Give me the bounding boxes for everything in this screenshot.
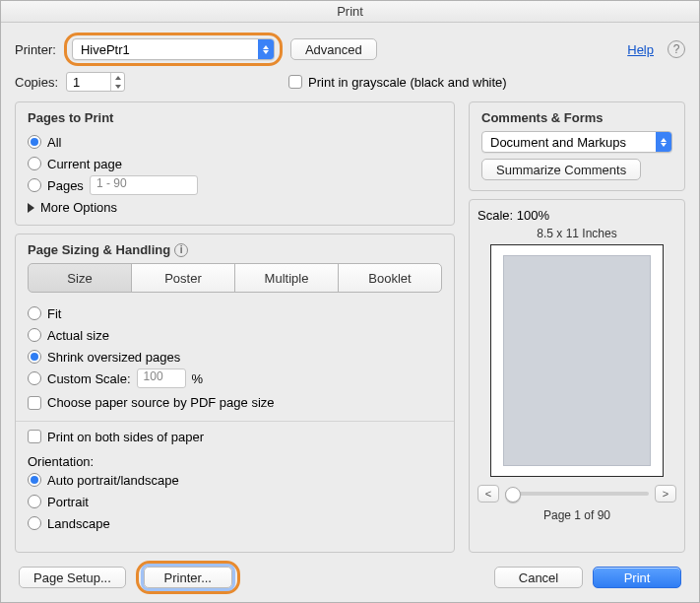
sizing-tabs: Size Poster Multiple Booklet — [28, 263, 442, 293]
choose-paper-label: Choose paper source by PDF page size — [47, 395, 275, 410]
printer-label: Printer: — [15, 42, 56, 57]
prev-page-button[interactable]: < — [477, 485, 499, 502]
radio-all[interactable]: All — [28, 131, 442, 153]
radio-shrink[interactable]: Shrink oversized pages — [28, 346, 442, 368]
printer-button[interactable]: Printer... — [144, 567, 232, 588]
printer-selected: HivePtr1 — [81, 42, 130, 57]
auto-label: Auto portrait/landscape — [47, 473, 179, 488]
percent-label: % — [192, 371, 204, 386]
grayscale-label: Print in grayscale (black and white) — [308, 75, 507, 90]
radio-icon — [28, 157, 41, 170]
custom-scale-input[interactable]: 100 — [137, 368, 186, 388]
copies-stepper[interactable] — [110, 73, 124, 91]
divider — [16, 421, 454, 422]
radio-icon — [28, 178, 41, 192]
choose-paper-checkbox[interactable]: Choose paper source by PDF page size — [28, 395, 275, 410]
window-title: Print — [1, 1, 699, 23]
help-icon[interactable]: ? — [668, 40, 685, 58]
radio-current-label: Current page — [47, 157, 122, 171]
radio-all-label: All — [47, 135, 61, 150]
copies-value: 1 — [73, 75, 80, 90]
pages-title: Pages to Print — [28, 110, 442, 125]
copies-label: Copies: — [15, 75, 58, 90]
landscape-label: Landscape — [47, 516, 110, 531]
copies-input[interactable]: 1 — [66, 72, 125, 92]
advanced-button[interactable]: Advanced — [290, 38, 377, 60]
sizing-group: Page Sizing & Handling i Size Poster Mul… — [15, 234, 455, 553]
comments-title: Comments & Forms — [481, 110, 672, 125]
sizing-title: Page Sizing & Handling — [28, 242, 170, 257]
page-range-input[interactable]: 1 - 90 — [90, 175, 198, 195]
summarize-button[interactable]: Summarize Comments — [481, 159, 641, 180]
scale-label: Scale: 100% — [477, 208, 549, 223]
radio-fit[interactable]: Fit — [28, 302, 442, 324]
duplex-checkbox[interactable]: Print on both sides of paper — [28, 430, 204, 444]
more-options-toggle[interactable]: More Options — [28, 200, 442, 215]
comments-group: Comments & Forms Document and Markups Su… — [469, 101, 685, 191]
select-arrows-icon — [656, 132, 671, 152]
radio-current[interactable]: Current page — [28, 153, 442, 174]
info-icon[interactable]: i — [174, 243, 188, 257]
radio-icon — [28, 516, 41, 530]
tab-size[interactable]: Size — [28, 263, 132, 293]
radio-landscape[interactable]: Landscape — [28, 512, 442, 534]
grayscale-checkbox[interactable]: Print in grayscale (black and white) — [288, 75, 507, 90]
radio-custom[interactable]: Custom Scale: 100 % — [28, 368, 442, 389]
more-options-label: More Options — [40, 200, 117, 215]
radio-pages-label: Pages — [47, 178, 84, 193]
radio-icon — [28, 135, 41, 149]
checkbox-box-icon — [28, 396, 41, 410]
tab-booklet[interactable]: Booklet — [338, 263, 442, 293]
printer-select-highlight: HivePtr1 — [64, 33, 283, 66]
tab-poster[interactable]: Poster — [131, 263, 235, 293]
radio-actual[interactable]: Actual size — [28, 324, 442, 346]
preview-panel: Scale: 100% 8.5 x 11 Inches < > Page 1 o… — [469, 199, 685, 553]
shrink-label: Shrink oversized pages — [47, 350, 180, 365]
disclosure-triangle-icon — [28, 203, 34, 213]
comments-selected: Document and Markups — [490, 135, 626, 150]
page-preview-inner — [503, 255, 651, 466]
comments-select[interactable]: Document and Markups — [481, 131, 672, 153]
radio-icon — [28, 328, 41, 342]
checkbox-box-icon — [288, 75, 302, 89]
print-button[interactable]: Print — [593, 567, 681, 588]
orientation-title: Orientation: — [28, 454, 442, 469]
radio-auto-orient[interactable]: Auto portrait/landscape — [28, 469, 442, 491]
radio-icon — [28, 350, 41, 364]
radio-icon — [28, 495, 41, 508]
page-indicator: Page 1 of 90 — [543, 508, 610, 522]
print-dialog: Print Printer: HivePtr1 Advanced Help ? … — [0, 0, 700, 603]
printer-button-highlight: Printer... — [136, 561, 240, 594]
select-arrows-icon — [258, 39, 274, 59]
paper-size-label: 8.5 x 11 Inches — [537, 227, 616, 240]
tab-multiple[interactable]: Multiple — [234, 263, 339, 293]
page-setup-button[interactable]: Page Setup... — [19, 567, 126, 588]
radio-icon — [28, 473, 41, 487]
radio-pages[interactable]: Pages 1 - 90 — [28, 174, 442, 196]
page-preview — [490, 244, 664, 477]
radio-icon — [28, 306, 41, 320]
help-link[interactable]: Help — [627, 42, 654, 57]
checkbox-box-icon — [28, 430, 41, 443]
pages-to-print-group: Pages to Print All Current page Pages 1 … — [15, 101, 455, 226]
actual-label: Actual size — [47, 328, 109, 343]
radio-icon — [28, 371, 41, 385]
duplex-label: Print on both sides of paper — [47, 430, 204, 444]
radio-portrait[interactable]: Portrait — [28, 491, 442, 512]
printer-select[interactable]: HivePtr1 — [72, 38, 275, 60]
next-page-button[interactable]: > — [655, 485, 676, 502]
custom-label: Custom Scale: — [47, 371, 131, 386]
portrait-label: Portrait — [47, 495, 89, 509]
page-slider[interactable] — [505, 492, 649, 496]
fit-label: Fit — [47, 306, 61, 321]
cancel-button[interactable]: Cancel — [494, 567, 583, 588]
